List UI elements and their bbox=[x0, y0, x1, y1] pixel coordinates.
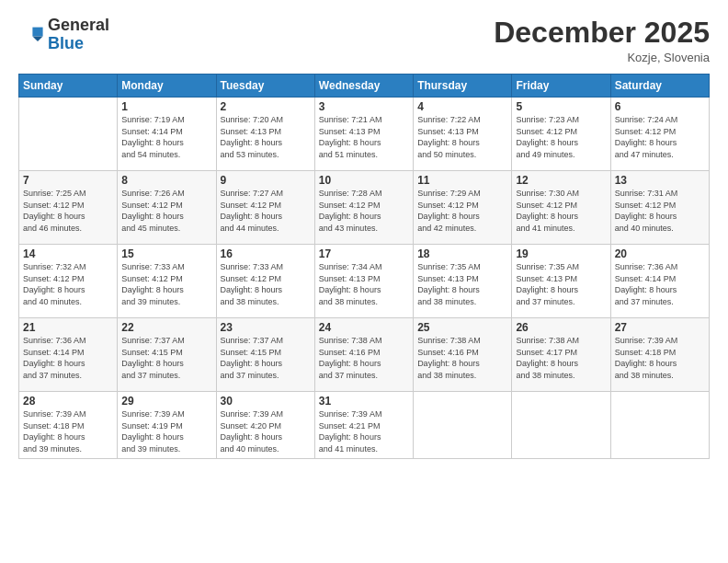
day-number: 21 bbox=[23, 321, 113, 334]
day-info: Sunrise: 7:27 AMSunset: 4:12 PMDaylight:… bbox=[221, 188, 311, 234]
svg-marker-1 bbox=[32, 27, 42, 36]
calendar-cell: 11Sunrise: 7:29 AMSunset: 4:12 PMDayligh… bbox=[414, 171, 512, 245]
calendar-cell: 16Sunrise: 7:33 AMSunset: 4:12 PMDayligh… bbox=[216, 245, 314, 318]
calendar-cell: 7Sunrise: 7:25 AMSunset: 4:12 PMDaylight… bbox=[19, 171, 118, 245]
day-number: 24 bbox=[319, 321, 409, 334]
day-number: 30 bbox=[221, 395, 311, 408]
day-number: 26 bbox=[516, 321, 606, 334]
day-number: 25 bbox=[417, 321, 507, 334]
month-title: December 2025 bbox=[494, 17, 710, 49]
calendar-cell: 31Sunrise: 7:39 AMSunset: 4:21 PMDayligh… bbox=[314, 392, 413, 458]
day-info: Sunrise: 7:39 AMSunset: 4:18 PMDaylight:… bbox=[23, 408, 113, 454]
day-number: 3 bbox=[319, 100, 409, 113]
day-number: 12 bbox=[516, 174, 606, 187]
calendar-cell: 17Sunrise: 7:34 AMSunset: 4:13 PMDayligh… bbox=[314, 245, 413, 318]
calendar-cell: 6Sunrise: 7:24 AMSunset: 4:12 PMDaylight… bbox=[610, 98, 709, 171]
day-info: Sunrise: 7:19 AMSunset: 4:14 PMDaylight:… bbox=[121, 114, 211, 160]
calendar-cell: 14Sunrise: 7:32 AMSunset: 4:12 PMDayligh… bbox=[19, 245, 118, 318]
day-info: Sunrise: 7:37 AMSunset: 4:15 PMDaylight:… bbox=[121, 335, 211, 381]
day-info: Sunrise: 7:38 AMSunset: 4:16 PMDaylight:… bbox=[319, 335, 409, 381]
day-info: Sunrise: 7:23 AMSunset: 4:12 PMDaylight:… bbox=[516, 114, 606, 160]
calendar-week-row: 28Sunrise: 7:39 AMSunset: 4:18 PMDayligh… bbox=[19, 392, 710, 458]
day-info: Sunrise: 7:26 AMSunset: 4:12 PMDaylight:… bbox=[121, 188, 211, 234]
calendar-cell: 29Sunrise: 7:39 AMSunset: 4:19 PMDayligh… bbox=[118, 392, 216, 458]
calendar-week-row: 21Sunrise: 7:36 AMSunset: 4:14 PMDayligh… bbox=[19, 318, 710, 392]
day-info: Sunrise: 7:31 AMSunset: 4:12 PMDaylight:… bbox=[615, 188, 705, 234]
calendar-week-row: 1Sunrise: 7:19 AMSunset: 4:14 PMDaylight… bbox=[19, 98, 710, 171]
calendar-cell bbox=[610, 392, 709, 458]
day-number: 22 bbox=[121, 321, 211, 334]
calendar-cell: 22Sunrise: 7:37 AMSunset: 4:15 PMDayligh… bbox=[118, 318, 216, 392]
logo-icon bbox=[18, 22, 44, 48]
calendar-cell: 3Sunrise: 7:21 AMSunset: 4:13 PMDaylight… bbox=[314, 98, 413, 171]
day-info: Sunrise: 7:39 AMSunset: 4:19 PMDaylight:… bbox=[121, 408, 211, 454]
day-number: 11 bbox=[417, 174, 507, 187]
day-info: Sunrise: 7:36 AMSunset: 4:14 PMDaylight:… bbox=[615, 261, 705, 307]
calendar-page: General Blue December 2025 Kozje, Sloven… bbox=[0, 0, 728, 563]
calendar-week-row: 14Sunrise: 7:32 AMSunset: 4:12 PMDayligh… bbox=[19, 245, 710, 318]
calendar-cell: 27Sunrise: 7:39 AMSunset: 4:18 PMDayligh… bbox=[610, 318, 709, 392]
day-info: Sunrise: 7:33 AMSunset: 4:12 PMDaylight:… bbox=[221, 261, 311, 307]
day-number: 8 bbox=[121, 174, 211, 187]
weekday-header-row: SundayMondayTuesdayWednesdayThursdayFrid… bbox=[19, 75, 710, 98]
day-number: 7 bbox=[23, 174, 113, 187]
calendar-cell: 20Sunrise: 7:36 AMSunset: 4:14 PMDayligh… bbox=[610, 245, 709, 318]
day-info: Sunrise: 7:34 AMSunset: 4:13 PMDaylight:… bbox=[319, 261, 409, 307]
day-info: Sunrise: 7:35 AMSunset: 4:13 PMDaylight:… bbox=[516, 261, 606, 307]
day-number: 13 bbox=[615, 174, 705, 187]
day-info: Sunrise: 7:39 AMSunset: 4:20 PMDaylight:… bbox=[221, 408, 311, 454]
day-number: 2 bbox=[221, 100, 311, 113]
day-number: 4 bbox=[417, 100, 507, 113]
calendar-table: SundayMondayTuesdayWednesdayThursdayFrid… bbox=[18, 74, 710, 458]
day-info: Sunrise: 7:39 AMSunset: 4:21 PMDaylight:… bbox=[319, 408, 409, 454]
calendar-cell: 26Sunrise: 7:38 AMSunset: 4:17 PMDayligh… bbox=[512, 318, 610, 392]
header: General Blue December 2025 Kozje, Sloven… bbox=[18, 17, 710, 64]
day-info: Sunrise: 7:39 AMSunset: 4:18 PMDaylight:… bbox=[615, 335, 705, 381]
day-number: 6 bbox=[615, 100, 705, 113]
calendar-cell: 21Sunrise: 7:36 AMSunset: 4:14 PMDayligh… bbox=[19, 318, 118, 392]
day-number: 17 bbox=[319, 247, 409, 260]
day-info: Sunrise: 7:29 AMSunset: 4:12 PMDaylight:… bbox=[417, 188, 507, 234]
day-info: Sunrise: 7:33 AMSunset: 4:12 PMDaylight:… bbox=[121, 261, 211, 307]
calendar-week-row: 7Sunrise: 7:25 AMSunset: 4:12 PMDaylight… bbox=[19, 171, 710, 245]
weekday-header: Saturday bbox=[610, 75, 709, 98]
calendar-cell: 25Sunrise: 7:38 AMSunset: 4:16 PMDayligh… bbox=[414, 318, 512, 392]
day-number: 19 bbox=[516, 247, 606, 260]
calendar-cell: 13Sunrise: 7:31 AMSunset: 4:12 PMDayligh… bbox=[610, 171, 709, 245]
day-info: Sunrise: 7:25 AMSunset: 4:12 PMDaylight:… bbox=[23, 188, 113, 234]
calendar-cell: 8Sunrise: 7:26 AMSunset: 4:12 PMDaylight… bbox=[118, 171, 216, 245]
calendar-cell: 2Sunrise: 7:20 AMSunset: 4:13 PMDaylight… bbox=[216, 98, 314, 171]
day-number: 20 bbox=[615, 247, 705, 260]
day-info: Sunrise: 7:28 AMSunset: 4:12 PMDaylight:… bbox=[319, 188, 409, 234]
calendar-cell: 24Sunrise: 7:38 AMSunset: 4:16 PMDayligh… bbox=[314, 318, 413, 392]
day-info: Sunrise: 7:36 AMSunset: 4:14 PMDaylight:… bbox=[23, 335, 113, 381]
day-number: 10 bbox=[319, 174, 409, 187]
day-number: 27 bbox=[615, 321, 705, 334]
weekday-header: Wednesday bbox=[314, 75, 413, 98]
day-number: 16 bbox=[221, 247, 311, 260]
day-info: Sunrise: 7:38 AMSunset: 4:17 PMDaylight:… bbox=[516, 335, 606, 381]
day-number: 28 bbox=[23, 395, 113, 408]
weekday-header: Tuesday bbox=[216, 75, 314, 98]
day-info: Sunrise: 7:20 AMSunset: 4:13 PMDaylight:… bbox=[221, 114, 311, 160]
day-number: 9 bbox=[221, 174, 311, 187]
calendar-cell: 23Sunrise: 7:37 AMSunset: 4:15 PMDayligh… bbox=[216, 318, 314, 392]
day-info: Sunrise: 7:30 AMSunset: 4:12 PMDaylight:… bbox=[516, 188, 606, 234]
logo-area: General Blue bbox=[18, 17, 109, 53]
weekday-header: Thursday bbox=[414, 75, 512, 98]
location: Kozje, Slovenia bbox=[494, 51, 710, 64]
calendar-cell bbox=[414, 392, 512, 458]
day-info: Sunrise: 7:24 AMSunset: 4:12 PMDaylight:… bbox=[615, 114, 705, 160]
title-area: December 2025 Kozje, Slovenia bbox=[494, 17, 710, 64]
calendar-cell bbox=[512, 392, 610, 458]
calendar-cell: 5Sunrise: 7:23 AMSunset: 4:12 PMDaylight… bbox=[512, 98, 610, 171]
calendar-cell: 30Sunrise: 7:39 AMSunset: 4:20 PMDayligh… bbox=[216, 392, 314, 458]
day-number: 18 bbox=[417, 247, 507, 260]
calendar-cell: 28Sunrise: 7:39 AMSunset: 4:18 PMDayligh… bbox=[19, 392, 118, 458]
calendar-cell bbox=[19, 98, 118, 171]
calendar-cell: 4Sunrise: 7:22 AMSunset: 4:13 PMDaylight… bbox=[414, 98, 512, 171]
day-number: 5 bbox=[516, 100, 606, 113]
weekday-header: Sunday bbox=[19, 75, 118, 98]
calendar-cell: 9Sunrise: 7:27 AMSunset: 4:12 PMDaylight… bbox=[216, 171, 314, 245]
day-info: Sunrise: 7:37 AMSunset: 4:15 PMDaylight:… bbox=[221, 335, 311, 381]
